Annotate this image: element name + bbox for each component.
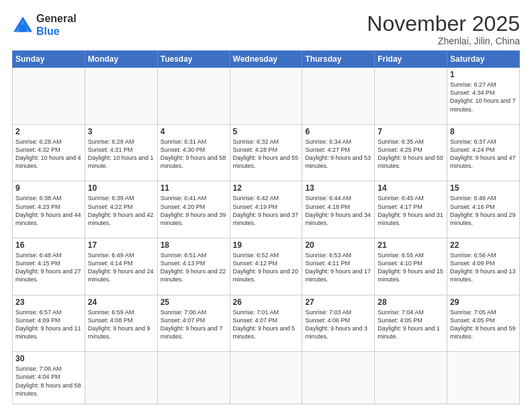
table-row: 3Sunrise: 6:29 AM Sunset: 4:31 PM Daylig… xyxy=(85,124,157,181)
col-wednesday: Wednesday xyxy=(230,51,302,68)
cell-day-number: 21 xyxy=(378,240,444,250)
cell-info-text: Sunrise: 6:49 AM Sunset: 4:14 PM Dayligh… xyxy=(88,251,154,284)
col-thursday: Thursday xyxy=(302,51,375,68)
table-row xyxy=(302,68,375,125)
cell-info-text: Sunrise: 7:03 AM Sunset: 4:06 PM Dayligh… xyxy=(305,308,371,341)
cell-info-text: Sunrise: 6:35 AM Sunset: 4:25 PM Dayligh… xyxy=(378,138,444,171)
cell-day-number: 24 xyxy=(88,298,154,307)
page-header: General Blue November 2025 Zhenlai, Jili… xyxy=(12,12,520,46)
table-row: 20Sunrise: 6:53 AM Sunset: 4:11 PM Dayli… xyxy=(302,238,375,295)
cell-day-number: 3 xyxy=(88,127,154,136)
table-row: 17Sunrise: 6:49 AM Sunset: 4:14 PM Dayli… xyxy=(85,238,157,295)
col-friday: Friday xyxy=(375,51,447,68)
cell-info-text: Sunrise: 6:48 AM Sunset: 4:15 PM Dayligh… xyxy=(15,251,82,284)
cell-info-text: Sunrise: 6:29 AM Sunset: 4:31 PM Dayligh… xyxy=(88,138,154,171)
table-row: 4Sunrise: 6:31 AM Sunset: 4:30 PM Daylig… xyxy=(157,124,230,181)
table-row: 2Sunrise: 6:28 AM Sunset: 4:32 PM Daylig… xyxy=(13,124,85,181)
cell-info-text: Sunrise: 7:05 AM Sunset: 4:05 PM Dayligh… xyxy=(450,308,517,341)
table-row: 28Sunrise: 7:04 AM Sunset: 4:05 PM Dayli… xyxy=(375,295,447,352)
logo: General Blue xyxy=(12,12,77,38)
table-row: 19Sunrise: 6:52 AM Sunset: 4:12 PM Dayli… xyxy=(230,238,302,295)
table-row: 23Sunrise: 6:57 AM Sunset: 4:09 PM Dayli… xyxy=(13,295,85,352)
title-block: November 2025 Zhenlai, Jilin, China xyxy=(367,12,520,46)
cell-day-number: 30 xyxy=(15,354,82,363)
table-row: 30Sunrise: 7:06 AM Sunset: 4:04 PM Dayli… xyxy=(13,352,85,404)
cell-info-text: Sunrise: 7:00 AM Sunset: 4:07 PM Dayligh… xyxy=(161,308,227,341)
cell-day-number: 4 xyxy=(161,127,227,136)
table-row: 15Sunrise: 6:46 AM Sunset: 4:16 PM Dayli… xyxy=(447,181,520,238)
cell-day-number: 26 xyxy=(233,298,300,307)
cell-day-number: 6 xyxy=(305,127,371,136)
table-row: 13Sunrise: 6:44 AM Sunset: 4:18 PM Dayli… xyxy=(302,181,375,238)
table-row xyxy=(13,68,85,125)
table-row: 6Sunrise: 6:34 AM Sunset: 4:27 PM Daylig… xyxy=(302,124,375,181)
table-row: 26Sunrise: 7:01 AM Sunset: 4:07 PM Dayli… xyxy=(230,295,302,352)
cell-day-number: 15 xyxy=(450,183,517,193)
cell-day-number: 7 xyxy=(378,127,444,136)
table-row xyxy=(157,68,230,125)
cell-info-text: Sunrise: 6:59 AM Sunset: 4:08 PM Dayligh… xyxy=(88,308,154,341)
table-row: 27Sunrise: 7:03 AM Sunset: 4:06 PM Dayli… xyxy=(302,295,375,352)
cell-day-number: 8 xyxy=(450,127,517,136)
table-row: 8Sunrise: 6:37 AM Sunset: 4:24 PM Daylig… xyxy=(447,124,520,181)
table-row xyxy=(375,352,447,404)
table-row: 16Sunrise: 6:48 AM Sunset: 4:15 PM Dayli… xyxy=(13,238,85,295)
col-saturday: Saturday xyxy=(447,51,520,68)
cell-info-text: Sunrise: 6:46 AM Sunset: 4:16 PM Dayligh… xyxy=(450,194,517,227)
table-row xyxy=(447,352,520,404)
cell-day-number: 13 xyxy=(305,183,371,193)
cell-day-number: 11 xyxy=(161,183,227,193)
table-row xyxy=(302,352,375,404)
col-tuesday: Tuesday xyxy=(157,51,230,68)
table-row: 24Sunrise: 6:59 AM Sunset: 4:08 PM Dayli… xyxy=(85,295,157,352)
cell-info-text: Sunrise: 6:57 AM Sunset: 4:09 PM Dayligh… xyxy=(15,308,82,341)
table-row: 22Sunrise: 6:56 AM Sunset: 4:09 PM Dayli… xyxy=(447,238,520,295)
table-row: 14Sunrise: 6:45 AM Sunset: 4:17 PM Dayli… xyxy=(375,181,447,238)
cell-info-text: Sunrise: 6:42 AM Sunset: 4:19 PM Dayligh… xyxy=(233,194,300,227)
cell-day-number: 22 xyxy=(450,240,517,250)
table-row: 11Sunrise: 6:41 AM Sunset: 4:20 PM Dayli… xyxy=(157,181,230,238)
table-row: 5Sunrise: 6:32 AM Sunset: 4:28 PM Daylig… xyxy=(230,124,302,181)
cell-day-number: 9 xyxy=(15,183,82,193)
cell-info-text: Sunrise: 6:28 AM Sunset: 4:32 PM Dayligh… xyxy=(15,138,82,171)
cell-day-number: 25 xyxy=(161,298,227,307)
table-row: 9Sunrise: 6:38 AM Sunset: 4:23 PM Daylig… xyxy=(13,181,85,238)
calendar-table: Sunday Monday Tuesday Wednesday Thursday… xyxy=(12,50,520,404)
cell-day-number: 14 xyxy=(378,183,444,193)
cell-day-number: 5 xyxy=(233,127,300,136)
cell-info-text: Sunrise: 6:53 AM Sunset: 4:11 PM Dayligh… xyxy=(305,251,371,284)
cell-info-text: Sunrise: 6:56 AM Sunset: 4:09 PM Dayligh… xyxy=(450,251,517,284)
cell-day-number: 16 xyxy=(15,240,82,250)
cell-day-number: 10 xyxy=(88,183,154,193)
table-row: 29Sunrise: 7:05 AM Sunset: 4:05 PM Dayli… xyxy=(447,295,520,352)
cell-info-text: Sunrise: 6:37 AM Sunset: 4:24 PM Dayligh… xyxy=(450,138,517,171)
cell-day-number: 28 xyxy=(378,298,444,307)
cell-info-text: Sunrise: 7:01 AM Sunset: 4:07 PM Dayligh… xyxy=(233,308,300,341)
col-monday: Monday xyxy=(85,51,157,68)
cell-day-number: 12 xyxy=(233,183,300,193)
cell-info-text: Sunrise: 6:51 AM Sunset: 4:13 PM Dayligh… xyxy=(161,251,227,284)
cell-info-text: Sunrise: 6:32 AM Sunset: 4:28 PM Dayligh… xyxy=(233,138,300,171)
cell-info-text: Sunrise: 6:31 AM Sunset: 4:30 PM Dayligh… xyxy=(161,138,227,171)
cell-day-number: 19 xyxy=(233,240,300,250)
cell-info-text: Sunrise: 6:38 AM Sunset: 4:23 PM Dayligh… xyxy=(15,194,82,227)
cell-day-number: 1 xyxy=(450,70,517,79)
svg-rect-2 xyxy=(19,25,27,32)
cell-day-number: 18 xyxy=(161,240,227,250)
table-row: 18Sunrise: 6:51 AM Sunset: 4:13 PM Dayli… xyxy=(157,238,230,295)
logo-icon xyxy=(12,15,34,34)
logo-text: General Blue xyxy=(36,12,77,38)
cell-day-number: 20 xyxy=(305,240,371,250)
table-row: 10Sunrise: 6:39 AM Sunset: 4:22 PM Dayli… xyxy=(85,181,157,238)
cell-info-text: Sunrise: 6:45 AM Sunset: 4:17 PM Dayligh… xyxy=(378,194,444,227)
table-row xyxy=(157,352,230,404)
table-row: 1Sunrise: 6:27 AM Sunset: 4:34 PM Daylig… xyxy=(447,68,520,125)
cell-info-text: Sunrise: 7:04 AM Sunset: 4:05 PM Dayligh… xyxy=(378,308,444,341)
cell-info-text: Sunrise: 6:44 AM Sunset: 4:18 PM Dayligh… xyxy=(305,194,371,227)
table-row: 25Sunrise: 7:00 AM Sunset: 4:07 PM Dayli… xyxy=(157,295,230,352)
table-row xyxy=(85,68,157,125)
cell-info-text: Sunrise: 6:27 AM Sunset: 4:34 PM Dayligh… xyxy=(450,81,517,113)
table-row xyxy=(85,352,157,404)
cell-day-number: 2 xyxy=(15,127,82,136)
location-subtitle: Zhenlai, Jilin, China xyxy=(367,36,520,46)
